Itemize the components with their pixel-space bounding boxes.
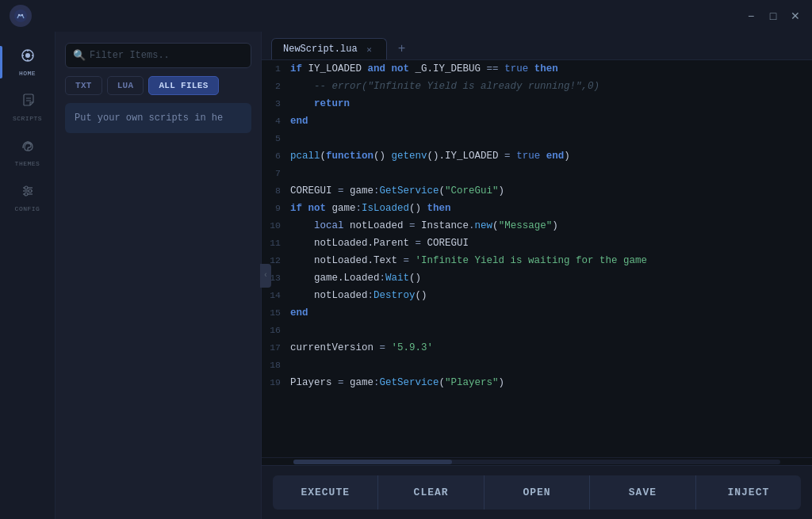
sidebar-item-home[interactable]: HOME — [0, 40, 55, 85]
line-number: 16 — [262, 322, 290, 339]
line-content[interactable]: -- error("Infinite Yield is already runn… — [290, 78, 812, 95]
line-number: 6 — [262, 147, 290, 165]
table-row: 11 notLoaded.Parent = COREGUI — [262, 235, 812, 252]
h-scrollbar-track — [293, 460, 780, 464]
file-type-txt[interactable]: TXT — [65, 76, 102, 95]
svg-point-1 — [18, 14, 20, 16]
line-number: 5 — [262, 130, 290, 147]
line-number: 8 — [262, 182, 290, 200]
line-content[interactable]: COREGUI = game:GetService("CoreGui") — [290, 182, 812, 200]
table-row: 3 return — [262, 95, 812, 113]
sidebar-item-config[interactable]: CONFIG — [0, 175, 55, 220]
line-content[interactable]: Players = game:GetService("Players") — [290, 374, 812, 391]
title-bar-left — [10, 5, 32, 27]
chevron-left-icon: ‹ — [263, 271, 268, 280]
action-bar: EXECUTE CLEAR OPEN SAVE INJECT — [262, 465, 812, 519]
tabs-bar: NewScript.lua ✕ + — [262, 32, 812, 60]
line-number: 14 — [262, 287, 290, 304]
filter-input-wrap: 🔍 — [65, 43, 251, 68]
table-row: 9if not game:IsLoaded() then — [262, 200, 812, 217]
close-button[interactable]: ✕ — [788, 9, 802, 23]
line-number: 9 — [262, 200, 290, 217]
h-scrollbar-thumb[interactable] — [293, 460, 452, 464]
table-row: 7 — [262, 165, 812, 182]
home-icon — [20, 48, 36, 67]
line-number: 4 — [262, 113, 290, 130]
script-hint: Put your own scripts in he — [65, 103, 251, 133]
svg-point-2 — [21, 14, 23, 16]
line-content[interactable]: currentVersion = '5.9.3' — [290, 339, 812, 357]
clear-button[interactable]: CLEAR — [377, 475, 483, 509]
line-number: 10 — [262, 217, 290, 235]
line-number: 15 — [262, 304, 290, 322]
panel: 🔍 TXT LUA ALL FILES Put your own scripts… — [56, 32, 262, 519]
line-content[interactable]: if not game:IsLoaded() then — [290, 200, 812, 217]
config-icon — [20, 183, 36, 202]
search-icon: 🔍 — [73, 49, 86, 62]
table-row: 12 notLoaded.Text = 'Infinite Yield is w… — [262, 252, 812, 269]
file-type-lua[interactable]: LUA — [107, 76, 144, 95]
table-row: 13 game.Loaded:Wait() — [262, 269, 812, 287]
line-content[interactable]: local notLoaded = Instance.new("Message"… — [290, 217, 812, 235]
inject-button[interactable]: INJECT — [695, 475, 801, 509]
open-button[interactable]: OPEN — [484, 475, 589, 509]
line-content[interactable]: pcall(function() getenv().IY_LOADED = tr… — [290, 147, 812, 165]
minimize-button[interactable]: − — [744, 9, 758, 23]
horizontal-scrollbar[interactable] — [262, 457, 812, 465]
table-row: 18 — [262, 357, 812, 374]
table-row: 17currentVersion = '5.9.3' — [262, 339, 812, 357]
sidebar: HOME SCRIPTS THEMES — [0, 32, 56, 519]
add-tab-button[interactable]: + — [392, 39, 412, 59]
svg-point-16 — [25, 193, 28, 196]
filter-input[interactable] — [65, 43, 251, 68]
line-content[interactable]: end — [290, 304, 812, 322]
line-content[interactable]: notLoaded:Destroy() — [290, 287, 812, 304]
table-row: 2 -- error("Infinite Yield is already ru… — [262, 78, 812, 95]
save-button[interactable]: SAVE — [589, 475, 695, 509]
svg-point-14 — [25, 186, 28, 189]
table-row: 15end — [262, 304, 812, 322]
table-row: 10 local notLoaded = Instance.new("Messa… — [262, 217, 812, 235]
line-number: 11 — [262, 235, 290, 252]
table-row: 14 notLoaded:Destroy() — [262, 287, 812, 304]
table-row: 16 — [262, 322, 812, 339]
sidebar-item-label: HOME — [19, 70, 36, 77]
sidebar-item-label: CONFIG — [15, 205, 40, 212]
line-content[interactable]: if IY_LOADED and not _G.IY_DEBUG == true… — [290, 60, 812, 78]
line-number: 17 — [262, 339, 290, 357]
main-layout: HOME SCRIPTS THEMES — [0, 32, 812, 519]
line-content[interactable]: notLoaded.Text = 'Infinite Yield is wait… — [290, 252, 812, 269]
panel-wrapper: 🔍 TXT LUA ALL FILES Put your own scripts… — [56, 32, 262, 519]
line-content[interactable]: return — [290, 95, 812, 113]
hint-text: Put your own scripts in he — [75, 113, 223, 124]
line-content[interactable]: game.Loaded:Wait() — [290, 269, 812, 287]
file-type-buttons: TXT LUA ALL FILES — [65, 76, 251, 95]
line-number: 1 — [262, 60, 290, 78]
tab-label: NewScript.lua — [283, 44, 358, 55]
table-row: 19Players = game:GetService("Players") — [262, 374, 812, 391]
sidebar-item-label: THEMES — [15, 160, 40, 167]
tab-newscript[interactable]: NewScript.lua ✕ — [271, 38, 387, 59]
sidebar-item-themes[interactable]: THEMES — [0, 130, 55, 175]
execute-button[interactable]: EXECUTE — [273, 475, 377, 509]
code-container[interactable]: 1if IY_LOADED and not _G.IY_DEBUG == tru… — [262, 60, 812, 457]
table-row: 8COREGUI = game:GetService("CoreGui") — [262, 182, 812, 200]
sidebar-item-scripts[interactable]: SCRIPTS — [0, 85, 55, 130]
window-controls: − □ ✕ — [744, 9, 802, 23]
table-row: 1if IY_LOADED and not _G.IY_DEBUG == tru… — [262, 60, 812, 78]
line-number: 3 — [262, 95, 290, 113]
tab-close-button[interactable]: ✕ — [364, 44, 375, 55]
line-number: 7 — [262, 165, 290, 182]
scripts-icon — [20, 93, 36, 112]
collapse-panel-button[interactable]: ‹ — [260, 264, 271, 288]
line-content[interactable]: end — [290, 113, 812, 130]
table-row: 4end — [262, 113, 812, 130]
line-content[interactable]: notLoaded.Parent = COREGUI — [290, 235, 812, 252]
line-number: 2 — [262, 78, 290, 95]
file-type-all[interactable]: ALL FILES — [148, 76, 218, 95]
title-bar: − □ ✕ — [0, 0, 812, 32]
svg-point-15 — [29, 189, 32, 193]
line-number: 19 — [262, 374, 290, 391]
svg-point-4 — [25, 53, 30, 58]
maximize-button[interactable]: □ — [766, 9, 780, 23]
